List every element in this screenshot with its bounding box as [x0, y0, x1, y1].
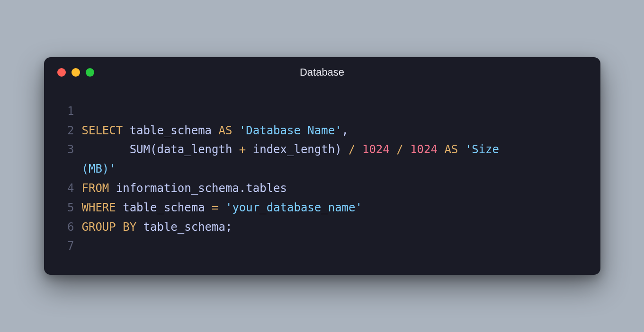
string: 'your_database_name'	[225, 201, 362, 214]
line-number: 2	[63, 121, 82, 140]
string: '	[109, 162, 116, 175]
space	[403, 143, 410, 156]
punct: ,	[342, 124, 349, 137]
punct: )	[335, 143, 341, 156]
identifier: information_schema.tables	[109, 182, 287, 195]
space	[219, 201, 225, 214]
space	[438, 143, 444, 156]
code-line: 7	[63, 236, 581, 256]
string: 'Database Name'	[232, 124, 341, 137]
maximize-icon[interactable]	[86, 68, 94, 77]
code-content: WHERE table_schema = 'your_database_name…	[82, 198, 581, 218]
titlebar: Database	[44, 57, 600, 87]
func: SUM	[130, 143, 150, 156]
keyword: GROUP	[82, 220, 116, 234]
string: Size	[472, 143, 499, 156]
operator: /	[349, 143, 355, 156]
code-line: 3 SUM(data_length + index_length) / 1024…	[63, 140, 581, 159]
code-line: 5 WHERE table_schema = 'your_database_na…	[63, 198, 581, 218]
string: (MB)	[82, 162, 109, 175]
operator: +	[239, 143, 246, 156]
code-line: 1	[63, 102, 581, 121]
code-line: 4 FROM information_schema.tables	[63, 179, 581, 198]
code-line-wrap: (MB)'	[63, 159, 581, 179]
code-content: SELECT table_schema AS 'Database Name',	[82, 121, 581, 140]
close-icon[interactable]	[57, 68, 66, 77]
number: 1024	[362, 143, 390, 156]
window-title: Database	[44, 66, 600, 79]
punct: ;	[225, 220, 232, 234]
keyword: AS	[219, 124, 233, 137]
traffic-lights	[44, 68, 94, 77]
space	[356, 143, 362, 156]
keyword: FROM	[82, 182, 109, 195]
code-content: FROM information_schema.tables	[82, 179, 581, 198]
keyword: SELECT	[82, 124, 123, 137]
operator: =	[212, 201, 218, 214]
code-line: 2 SELECT table_schema AS 'Database Name'…	[63, 121, 581, 140]
identifier: table_schema	[123, 124, 218, 137]
space	[458, 143, 465, 156]
line-number: 6	[63, 218, 82, 237]
line-number: 7	[63, 236, 82, 256]
keyword: WHERE	[82, 201, 116, 214]
operator: /	[396, 143, 403, 156]
identifier: index_length	[246, 143, 335, 156]
space	[342, 143, 349, 156]
code-editor[interactable]: 1 2 SELECT table_schema AS 'Database Nam…	[44, 87, 600, 261]
indent	[82, 143, 130, 156]
number: 1024	[410, 143, 438, 156]
code-line: 6 GROUP BY table_schema;	[63, 218, 581, 237]
minimize-icon[interactable]	[72, 68, 80, 77]
punct: (	[150, 143, 157, 156]
code-window: Database 1 2 SELECT table_schema AS 'Dat…	[44, 57, 600, 275]
identifier: table_schema	[136, 220, 225, 234]
space	[390, 143, 396, 156]
line-number: 3	[63, 140, 82, 159]
keyword: AS	[444, 143, 458, 156]
space	[116, 220, 123, 234]
code-content: GROUP BY table_schema;	[82, 218, 581, 237]
code-content: SUM(data_length + index_length) / 1024 /…	[82, 140, 581, 159]
line-number: 4	[63, 179, 82, 198]
identifier: data_length	[157, 143, 239, 156]
identifier: table_schema	[116, 201, 212, 214]
line-number: 1	[63, 102, 82, 121]
code-content: (MB)'	[82, 159, 581, 179]
keyword: BY	[123, 220, 136, 234]
line-number: 5	[63, 198, 82, 218]
string: '	[465, 143, 472, 156]
